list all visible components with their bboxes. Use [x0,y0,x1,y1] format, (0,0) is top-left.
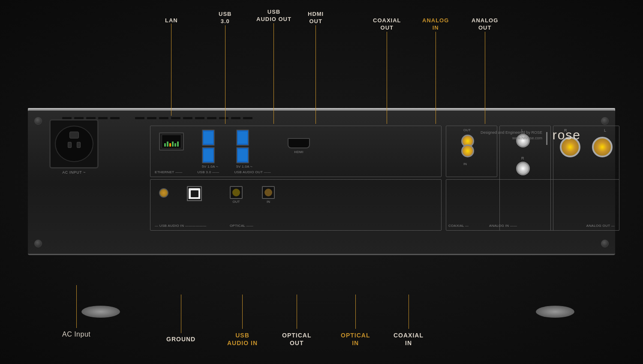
optical-out-inner [232,189,240,196]
ac-slot-left [68,142,72,148]
device-body: AC INPUT ~ [28,109,615,255]
optical-out-port[interactable] [230,186,243,199]
coaxial-out-line [387,32,387,124]
optical-out-bottom-label: OPTICALOUT [282,331,311,347]
usb30-port-top[interactable] [202,129,215,146]
hdmi-port[interactable] [288,138,310,148]
ethernet-port[interactable] [159,132,184,150]
ac-input-bottom-label: AC Input [62,331,90,338]
analog-in-bottom-label: ANALOG IN —— [489,224,517,228]
ac-input-label-group: AC Input [62,285,90,338]
usb30-top-label: USB3.0 [219,11,231,25]
eth-pin-5 [174,143,176,147]
coaxial-in-bottom-label-group: COAXIALIN [394,295,424,347]
analog-in-line [436,32,436,124]
lan-label: LAN [165,17,178,24]
analog-out-line [485,32,485,124]
ac-input-line [76,285,77,328]
screw-br [601,240,609,247]
optical-out-bottom-label-group: OPTICALOUT [282,295,311,347]
ground-terminal[interactable] [159,188,168,198]
analog-in-r-label: R [521,156,524,160]
optical-in-inner [264,189,272,196]
main-scene: AC INPUT ~ [0,0,643,364]
usb-audio-in-label-group: USBAUDIO IN [227,295,258,347]
ac-slots-bottom [68,142,81,148]
optical-in-bottom-label-group: OPTICALIN [341,295,370,347]
lan-line [171,24,171,116]
optical-in-group: IN [262,186,275,204]
usb30-ports-group: 5V 1.0A ⏦ [202,129,218,168]
ac-input-panel-label: AC INPUT ~ [62,170,86,174]
ground-label-group: GROUND [166,295,195,343]
coaxial-in-rca[interactable] [461,144,474,157]
eth-pin-1 [164,143,166,147]
analog-out-l-rca[interactable] [592,137,613,157]
usb-audio-out-label: 5V 1.0A ⏦ [236,165,252,168]
eth-pin-2 [167,141,168,147]
designed-by-text: Designed and Engineered by ROSE [481,130,542,136]
usb-audio-out-line [273,23,274,124]
usb-b-port[interactable] [187,186,202,201]
coaxial-in-bottom-label: COAXIALIN [394,331,424,347]
coaxial-out-top-label: COAXIALOUT [373,17,401,32]
optical-panel-label: OPTICAL —— [230,224,253,228]
coaxial-out-label: OUT [463,128,471,132]
ac-socket-inner [55,126,93,162]
coaxial-in-label: IN [463,162,467,166]
usb-audio-out-group: 5V 1.0A ⏦ [236,129,252,168]
ac-slot-right [77,142,81,148]
usb-audio-out-inner-bottom [238,149,247,161]
analog-in-r-rca[interactable] [516,162,530,175]
ethernet-panel-label: ETHERNET —— [155,170,183,174]
usb-audio-out-label-group: USBAUDIO OUT [256,9,291,124]
analog-in-label-group: ANALOGIN [422,17,449,124]
optical-in-port[interactable] [262,186,275,199]
hdmi-panel-label: HDMI [294,150,303,154]
usb30-panel-label: USB 3.0 —— [198,170,219,174]
optical-in-bottom-line [355,295,356,329]
lan-label-group: LAN [165,17,178,116]
ac-input-section: AC INPUT ~ [49,119,99,174]
optical-out-panel-label: OUT [233,200,240,204]
eth-pin-4 [172,141,174,147]
usb-audio-in-line [242,295,243,329]
usb-audio-out-inner-top [238,132,247,144]
vent-slots-center [135,117,252,119]
usb-audio-in-panel-label: — USB AUDIO IN —————— [155,224,207,228]
usb-b-hole [191,190,198,197]
irose-logo-text: rose [553,128,581,142]
panel-bottom-section: OUT IN — USB AUDIO IN —————— OPTICAL —— [150,179,442,231]
hdmi-top-label: HDMIOUT [308,11,324,25]
eth-pin-6 [177,141,179,147]
optical-in-bottom-label: OPTICALIN [341,331,370,347]
analog-in-top-label: ANALOGIN [422,17,449,32]
irose-divider: | [545,129,552,145]
hdmi-port-group: HDMI [288,138,310,154]
ground-line [181,295,181,333]
website-text: www.hifirose.com [481,136,542,140]
optical-out-group: OUT [230,186,243,204]
usb-audio-in-bottom-label: USBAUDIO IN [227,331,258,347]
hdmi-label-group: HDMIOUT [308,11,324,124]
usb-audio-out-port-bottom[interactable] [236,147,249,163]
usb30-inner-bottom [204,149,213,161]
analog-out-top-label: ANALOGOUT [472,17,498,32]
usb-b-inner [189,188,200,199]
screw-tr [601,117,609,125]
ground-terminal-group [159,188,168,198]
screw-bl [34,240,42,247]
ac-socket [49,119,99,168]
optical-in-panel-label: IN [267,200,270,204]
ethernet-inner [162,135,181,148]
usb30-port-bottom[interactable] [202,147,215,163]
analog-out-label-group: ANALOGOUT [472,17,498,124]
coaxial-out-label-group: COAXIALOUT [373,17,401,124]
usb-audio-out-port-top[interactable] [236,129,249,146]
usb30-inner-top [204,132,213,144]
usb-b-port-group [187,186,202,201]
usb30-line [225,25,225,124]
ethernet-port-group [159,132,184,150]
foot-right [536,306,574,318]
usb-audio-out-top-label: USBAUDIO OUT [256,9,291,23]
